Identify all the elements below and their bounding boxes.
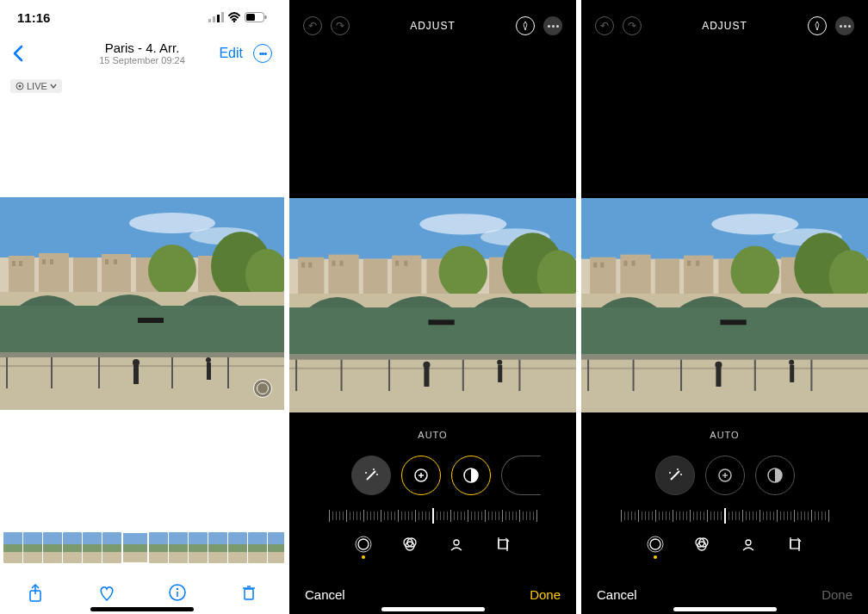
portrait-tab[interactable] <box>447 535 466 554</box>
thumbnail[interactable] <box>208 532 227 563</box>
svg-rect-61 <box>213 16 215 22</box>
thumbnail[interactable] <box>228 532 247 563</box>
edit-button[interactable]: Edit <box>219 46 243 61</box>
more-options-button[interactable]: ••• <box>253 44 272 63</box>
redo-button[interactable]: ↷ <box>623 16 642 35</box>
favorite-button[interactable] <box>97 583 116 602</box>
nav-header: Paris - 4. Arr. 15 September 09:24 Edit … <box>0 34 284 72</box>
back-button[interactable] <box>12 44 24 63</box>
edit-mode-title: ADJUST <box>410 20 456 32</box>
edit-photo-preview[interactable] <box>581 198 868 412</box>
delete-button[interactable] <box>239 583 258 602</box>
more-options-button[interactable] <box>543 16 562 35</box>
svg-rect-60 <box>208 19 211 22</box>
current-adjustment-label: AUTO <box>581 430 868 440</box>
edit-mode-tabs <box>289 535 576 554</box>
done-button-disabled: Done <box>822 587 852 602</box>
svg-rect-63 <box>221 12 224 22</box>
exposure-tool[interactable] <box>705 456 745 495</box>
photo-datetime: 15 September 09:24 <box>99 55 185 65</box>
svg-rect-67 <box>265 16 267 19</box>
share-button[interactable] <box>26 583 45 602</box>
adjust-tab[interactable] <box>646 535 665 554</box>
photo-filmstrip[interactable] <box>0 531 284 564</box>
battery-icon <box>245 12 267 22</box>
edit-bottom-bar: Cancel Done <box>581 587 868 602</box>
thumbnail[interactable] <box>23 532 42 563</box>
home-indicator[interactable] <box>90 607 194 611</box>
thumbnail[interactable] <box>3 532 22 563</box>
undo-button[interactable]: ↶ <box>303 16 322 35</box>
svg-point-64 <box>233 20 235 22</box>
thumbnail[interactable] <box>189 532 208 563</box>
markup-button[interactable] <box>516 16 535 35</box>
thumbnail[interactable] <box>268 532 284 563</box>
edit-bottom-bar: Cancel Done <box>289 587 576 602</box>
photo-edit-pane-initial: ↶ ↷ ADJUST AUTO Cancel Don <box>581 0 868 614</box>
next-tool-peek[interactable] <box>501 456 541 495</box>
cancel-button[interactable]: Cancel <box>597 587 637 602</box>
main-photo[interactable] <box>0 197 284 410</box>
filters-tab[interactable] <box>400 535 419 554</box>
photo-edit-pane-active: ↶ ↷ ADJUST AUTO Cancel <box>289 0 576 614</box>
live-badge-label: LIVE <box>27 81 47 91</box>
crop-tab[interactable] <box>785 535 804 554</box>
status-icons <box>208 12 267 22</box>
nav-title-group: Paris - 4. Arr. 15 September 09:24 <box>99 41 185 66</box>
cancel-button[interactable]: Cancel <box>305 587 345 602</box>
svg-rect-62 <box>217 15 220 22</box>
crop-tab[interactable] <box>493 535 512 554</box>
thumbnail-selected[interactable] <box>122 532 148 563</box>
cellular-icon <box>208 12 224 22</box>
thumbnail[interactable] <box>63 532 82 563</box>
thumbnail[interactable] <box>248 532 267 563</box>
status-bar: 11:16 <box>0 0 284 34</box>
live-photo-badge[interactable]: LIVE <box>10 79 62 93</box>
thumbnail[interactable] <box>43 532 62 563</box>
adjustment-slider[interactable] <box>307 505 559 526</box>
redo-button[interactable]: ↷ <box>331 16 350 35</box>
auto-enhance-tool[interactable] <box>351 456 391 495</box>
adjustment-tools <box>581 456 868 495</box>
markup-button[interactable] <box>808 16 827 35</box>
more-options-button[interactable] <box>835 16 854 35</box>
home-indicator[interactable] <box>381 607 485 611</box>
brilliance-tool[interactable] <box>755 456 795 495</box>
thumbnail[interactable] <box>169 532 188 563</box>
chevron-down-icon <box>50 83 57 90</box>
adjust-tab[interactable] <box>354 535 373 554</box>
thumbnail[interactable] <box>83 532 102 563</box>
auto-enhance-tool[interactable] <box>655 456 695 495</box>
current-adjustment-label: AUTO <box>289 430 576 440</box>
live-photo-indicator-icon <box>253 379 272 398</box>
exposure-tool[interactable] <box>401 456 441 495</box>
portrait-tab[interactable] <box>739 535 758 554</box>
adjustment-slider[interactable] <box>598 505 851 526</box>
thumbnail[interactable] <box>149 532 168 563</box>
home-indicator[interactable] <box>673 607 777 611</box>
edit-photo-preview[interactable] <box>289 198 576 412</box>
done-button[interactable]: Done <box>530 587 561 602</box>
photo-location-title: Paris - 4. Arr. <box>99 41 185 56</box>
wifi-icon <box>227 12 241 22</box>
filters-tab[interactable] <box>692 535 711 554</box>
edit-top-bar: ↶ ↷ ADJUST <box>581 0 868 52</box>
edit-mode-title: ADJUST <box>702 20 747 32</box>
adjustment-tools <box>289 456 576 495</box>
status-time: 11:16 <box>17 10 50 25</box>
edit-mode-tabs <box>581 535 868 554</box>
thumbnail[interactable] <box>102 532 121 563</box>
svg-rect-66 <box>246 14 255 21</box>
brilliance-tool[interactable] <box>451 456 491 495</box>
edit-top-bar: ↶ ↷ ADJUST <box>289 0 576 52</box>
info-button[interactable] <box>168 583 187 602</box>
bottom-toolbar <box>0 583 284 602</box>
photo-viewer-pane: 11:16 Paris - 4. Arr. 15 September 09:24… <box>0 0 284 614</box>
undo-button[interactable]: ↶ <box>595 16 614 35</box>
svg-point-69 <box>19 85 22 88</box>
